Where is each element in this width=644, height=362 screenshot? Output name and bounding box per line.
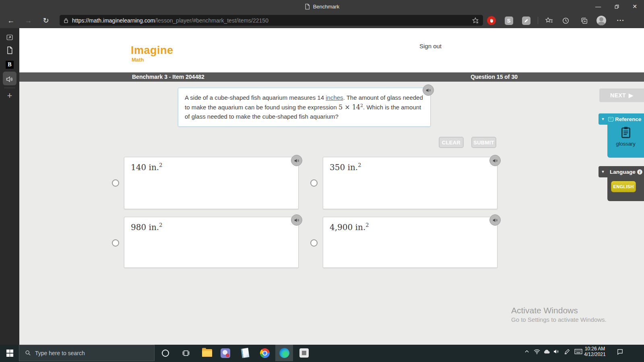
url-text: https://math.imaginelearning.com/lesson_… (72, 17, 268, 24)
close-button[interactable]: ✕ (625, 0, 644, 13)
book-icon (608, 117, 613, 121)
start-button[interactable] (1, 345, 19, 361)
answer-radio-1[interactable] (112, 179, 119, 187)
answer-radio-4[interactable] (310, 239, 318, 247)
speaker-icon (294, 158, 300, 164)
lock-icon (64, 18, 68, 23)
clipboard-icon (621, 126, 631, 138)
question-audio-button[interactable] (423, 84, 434, 96)
speaker-icon (492, 217, 498, 223)
sidebar-b-logo-icon[interactable]: B (0, 58, 19, 72)
answer-audio-button-4[interactable] (489, 214, 501, 226)
answer-text: 140 in.2 (131, 162, 162, 172)
forward-button[interactable]: → (22, 15, 34, 26)
imagine-logo-sub: Math (132, 57, 144, 63)
cortana-button[interactable] (157, 345, 174, 361)
language-header: Language i (607, 166, 644, 175)
sidebar-document-icon[interactable] (0, 43, 19, 57)
back-button[interactable]: ← (5, 15, 17, 26)
chrome-icon (260, 348, 270, 358)
cortana-icon (162, 350, 169, 357)
action-center-icon[interactable] (615, 346, 625, 357)
info-icon[interactable]: i (637, 169, 642, 175)
language-panel: Language i ENGLISH (607, 166, 644, 201)
s-extension-icon[interactable]: S (504, 16, 514, 25)
answer-radio-3[interactable] (112, 239, 119, 247)
clock-time: 10:26 AM (582, 346, 608, 352)
taskbar-search[interactable] (19, 345, 155, 361)
avatar-icon (597, 16, 606, 25)
chrome-button[interactable] (256, 345, 274, 361)
app-button-notes[interactable] (236, 345, 254, 361)
answer-radio-2[interactable] (310, 179, 318, 187)
benchmark-status-bar (19, 72, 644, 82)
language-collapse-tab[interactable]: ▼ (599, 166, 607, 177)
reference-panel: Reference glossary (607, 113, 644, 158)
clear-button[interactable]: CLEAR (439, 137, 464, 148)
window-title: Benchmark (313, 4, 340, 10)
profile-avatar[interactable] (597, 16, 606, 25)
answer-audio-button-1[interactable] (291, 155, 302, 166)
answer-audio-button-3[interactable] (291, 214, 302, 226)
collections-icon[interactable] (579, 16, 589, 25)
sidebar-launch-icon[interactable] (0, 31, 19, 44)
answer-card-4[interactable]: 4,900 in.2 (323, 217, 497, 268)
speaker-icon (425, 87, 431, 93)
answer-card-1[interactable]: 140 in.2 (124, 157, 299, 209)
answer-text: 350 in.2 (330, 162, 361, 172)
address-bar[interactable]: https://math.imaginelearning.com/lesson_… (60, 15, 483, 26)
answer-audio-button-2[interactable] (489, 155, 501, 166)
search-icon (25, 350, 31, 356)
search-input[interactable] (35, 350, 144, 356)
sidebar-add-icon[interactable]: + (0, 89, 19, 103)
play-icon: ▶ (629, 92, 633, 99)
settings-menu-icon[interactable]: ··· (616, 16, 625, 25)
glossary-label: glossary (607, 141, 644, 147)
wifi-icon[interactable] (532, 346, 542, 357)
file-explorer-button[interactable] (198, 345, 216, 361)
sidebar-divider (4, 88, 15, 88)
answer-card-2[interactable]: 350 in.2 (323, 157, 497, 209)
add-favorite-icon[interactable] (472, 17, 479, 24)
tray-chevron-icon[interactable] (522, 346, 532, 357)
toolbar-divider (538, 17, 538, 24)
restore-icon (614, 4, 619, 9)
hand-icon (489, 18, 494, 23)
task-view-button[interactable] (177, 345, 195, 361)
app-button-gray[interactable] (295, 345, 313, 361)
next-button[interactable]: NEXT▶ (599, 88, 644, 102)
answer-text: 980 in.2 (131, 222, 162, 232)
windows-ink-icon[interactable] (562, 346, 572, 357)
edge-button[interactable] (275, 345, 293, 361)
notepad-icon (241, 348, 249, 358)
reference-collapse-tab[interactable]: ▼ (599, 113, 607, 125)
answer-card-3[interactable]: 980 in.2 (124, 217, 299, 268)
document-icon (305, 4, 310, 10)
volume-icon[interactable] (551, 346, 561, 357)
glossary-button[interactable]: glossary (607, 126, 644, 147)
minimize-button[interactable]: — (589, 0, 607, 13)
favorites-icon[interactable] (544, 16, 554, 25)
tab-title: Benchmark (0, 0, 644, 13)
submit-button[interactable]: SUBMIT (471, 137, 496, 148)
history-icon[interactable] (561, 16, 570, 25)
english-language-button[interactable]: ENGLISH (611, 181, 636, 192)
onedrive-cloud-icon[interactable] (541, 346, 552, 357)
benchmark-item-label: Benchmark 3 - Item 204482 (132, 74, 204, 80)
sign-out-link[interactable]: Sign out (419, 43, 442, 49)
activate-windows-watermark: Activate Windows (511, 306, 578, 315)
page-header-band (19, 28, 644, 72)
inches-glossary-link[interactable]: inches (326, 94, 343, 101)
taskbar-clock[interactable]: 10:26 AM 4/12/2021 (582, 346, 608, 357)
editor-extension-icon[interactable] (521, 16, 531, 25)
sidebar-speaker-icon[interactable] (0, 72, 19, 86)
task-view-icon (182, 349, 190, 357)
reference-header: Reference (607, 113, 644, 122)
pencil-icon (524, 18, 529, 23)
folder-icon (202, 349, 212, 357)
refresh-button[interactable]: ↻ (40, 15, 52, 26)
app-button-purple[interactable] (217, 345, 234, 361)
restore-button[interactable] (607, 0, 626, 13)
speaker-icon (492, 158, 498, 164)
adblock-extension-icon[interactable] (487, 16, 496, 25)
